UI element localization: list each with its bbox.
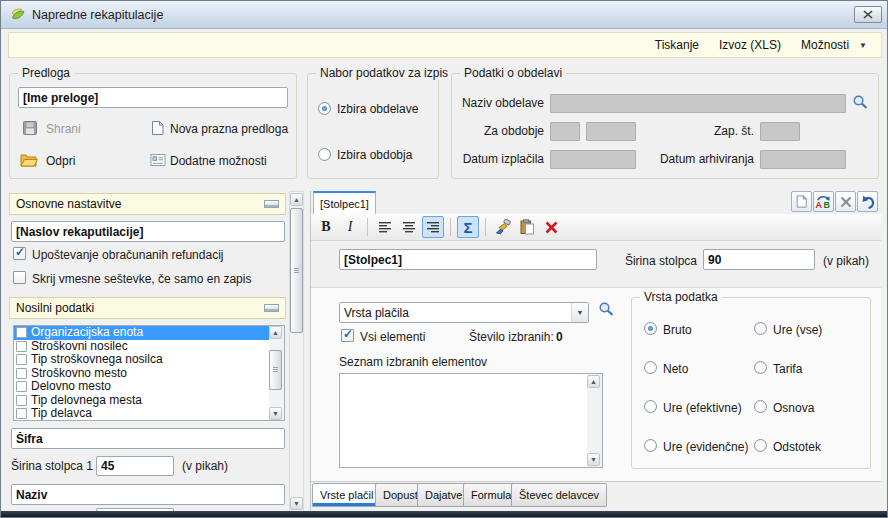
osnovne-nastavitve-title: Osnovne nastavitve: [16, 197, 121, 211]
format-painter-button[interactable]: [492, 216, 514, 238]
clear-button[interactable]: [540, 216, 562, 238]
vrsta-placila-combobox[interactable]: Vrsta plačila ▼: [339, 302, 589, 323]
checkmark-icon: ✓: [343, 327, 353, 341]
odpri-button[interactable]: Odpri: [46, 154, 75, 168]
shrani-button[interactable]: Shrani: [46, 122, 81, 136]
new-document-icon: [150, 120, 165, 136]
nova-prazna-predloga-button[interactable]: Nova prazna predloga: [170, 122, 288, 136]
ure-efektivne-radio[interactable]: [644, 400, 657, 413]
ure-efektivne-label[interactable]: Ure (efektivne): [663, 401, 742, 415]
scrollbar-thumb[interactable]: [290, 208, 303, 333]
bruto-label[interactable]: Bruto: [663, 323, 692, 337]
tiskanje-button[interactable]: Tiskanje: [655, 38, 699, 52]
osnova-radio[interactable]: [754, 400, 767, 413]
moznosti-button[interactable]: Možnosti: [801, 38, 849, 52]
bold-button[interactable]: B: [315, 216, 337, 238]
izvoz-xls-button[interactable]: Izvoz (XLS): [719, 38, 781, 52]
ime-predloge-input[interactable]: [18, 87, 288, 108]
refundacije-label[interactable]: Upoštevanje obračunanih refundacij: [32, 248, 223, 262]
tarifa-radio[interactable]: [754, 361, 767, 374]
naziv-input[interactable]: [11, 484, 285, 505]
ure-vse-label[interactable]: Ure (vse): [773, 323, 822, 337]
tab-vrste-placil[interactable]: Vrste plačil: [312, 483, 381, 507]
delete-column-button[interactable]: [835, 191, 856, 212]
osnova-label[interactable]: Osnova: [773, 401, 814, 415]
skrij-sestevke-label[interactable]: Skrij vmesne seštevke, če samo en zapis: [32, 272, 251, 286]
item-checkbox[interactable]: [16, 368, 27, 379]
scroll-down-icon[interactable]: ▼: [587, 453, 600, 466]
odstotek-radio[interactable]: [754, 439, 767, 452]
seznam-scrollbar[interactable]: ▲ ▼: [587, 374, 602, 467]
datum-izplacila-field: [550, 150, 636, 169]
tab-stevec-delavcev[interactable]: Števec delavcev: [511, 483, 607, 507]
scroll-down-icon[interactable]: ▼: [290, 497, 303, 510]
seznam-izbranih-listbox[interactable]: ▲ ▼: [339, 373, 603, 468]
lookup-magnifier-icon[interactable]: [852, 94, 869, 111]
sirina-stolpca-1-input[interactable]: [96, 456, 174, 476]
italic-button[interactable]: I: [339, 216, 361, 238]
ure-evidencne-label[interactable]: Ure (evidenčne): [663, 440, 748, 454]
osnovne-nastavitve-header[interactable]: Osnovne nastavitve: [9, 193, 286, 215]
window-bottom-edge: [1, 511, 887, 517]
scrollbar-thumb[interactable]: [269, 350, 282, 390]
v-pikah-label: (v pikah): [823, 254, 869, 268]
align-center-button[interactable]: [398, 216, 420, 238]
sirina-stolpca-input[interactable]: [703, 249, 815, 270]
izbira-obdelave-label[interactable]: Izbira obdelave: [337, 102, 418, 116]
list-item[interactable]: Delovno mesto: [14, 380, 269, 394]
izbira-obdelave-radio[interactable]: [318, 102, 331, 115]
scroll-up-icon[interactable]: ▲: [587, 375, 600, 388]
item-checkbox[interactable]: [16, 381, 27, 392]
list-item[interactable]: Stroškovni nosilec: [14, 340, 269, 354]
vsi-elementi-checkbox[interactable]: ✓: [341, 329, 354, 342]
align-right-button[interactable]: [422, 216, 444, 238]
sifra-input[interactable]: [11, 428, 285, 449]
stolpec1-tab[interactable]: [Stolpec1]: [313, 191, 376, 214]
neto-radio[interactable]: [644, 361, 657, 374]
refundacije-checkbox[interactable]: ✓: [13, 247, 26, 260]
odstotek-label[interactable]: Odstotek: [773, 440, 821, 454]
undo-button[interactable]: [857, 191, 878, 212]
item-checkbox[interactable]: [16, 408, 27, 419]
close-button[interactable]: [854, 6, 882, 23]
list-scrollbar[interactable]: ▲ ▼: [269, 326, 284, 420]
item-checkbox[interactable]: [16, 395, 27, 406]
item-checkbox[interactable]: [16, 327, 27, 338]
list-item[interactable]: Tip delovnega mesta: [14, 394, 269, 408]
list-item[interactable]: Tip stroškovnega nosilca: [14, 353, 269, 367]
datum-arhiviranja-field: [760, 150, 846, 169]
new-column-button[interactable]: [791, 191, 812, 212]
tarifa-label[interactable]: Tarifa: [773, 362, 802, 376]
list-item[interactable]: Stroškovno mesto: [14, 367, 269, 381]
nosilni-podatki-header[interactable]: Nosilni podatki: [9, 297, 286, 319]
bruto-radio[interactable]: [644, 322, 657, 335]
item-checkbox[interactable]: [16, 354, 27, 365]
additional-options-icon: [150, 153, 166, 167]
vsi-elementi-label[interactable]: Vsi elementi: [360, 330, 425, 344]
stolpec-ime-input[interactable]: [339, 249, 597, 270]
scroll-down-icon[interactable]: ▼: [269, 407, 282, 420]
caret-down-icon[interactable]: ▼: [859, 41, 867, 50]
item-checkbox[interactable]: [16, 341, 27, 352]
rename-column-button[interactable]: A B: [813, 191, 834, 212]
scroll-up-icon[interactable]: ▲: [290, 193, 303, 206]
ure-evidencne-radio[interactable]: [644, 439, 657, 452]
sum-button[interactable]: Σ: [457, 216, 479, 238]
scroll-up-icon[interactable]: ▲: [269, 326, 282, 339]
lookup-magnifier-icon[interactable]: [598, 301, 615, 318]
collapse-icon[interactable]: [264, 304, 279, 312]
neto-label[interactable]: Neto: [663, 362, 688, 376]
ure-vse-radio[interactable]: [754, 322, 767, 335]
panel-scrollbar[interactable]: ▲ ▼: [289, 191, 304, 512]
align-left-button[interactable]: [374, 216, 396, 238]
paste-button[interactable]: [516, 216, 538, 238]
combobox-arrow-icon[interactable]: ▼: [571, 303, 588, 322]
dodatne-moznosti-button[interactable]: Dodatne možnosti: [170, 154, 267, 168]
list-item[interactable]: Tip delavca: [14, 407, 269, 421]
izbira-obdobja-radio[interactable]: [318, 148, 331, 161]
naslov-rekapitulacije-input[interactable]: [11, 221, 285, 242]
skrij-sestevke-checkbox[interactable]: [13, 271, 26, 284]
collapse-icon[interactable]: [264, 200, 279, 208]
izbira-obdobja-label[interactable]: Izbira obdobja: [337, 148, 412, 162]
list-item[interactable]: Organizacijska enota: [14, 326, 269, 340]
